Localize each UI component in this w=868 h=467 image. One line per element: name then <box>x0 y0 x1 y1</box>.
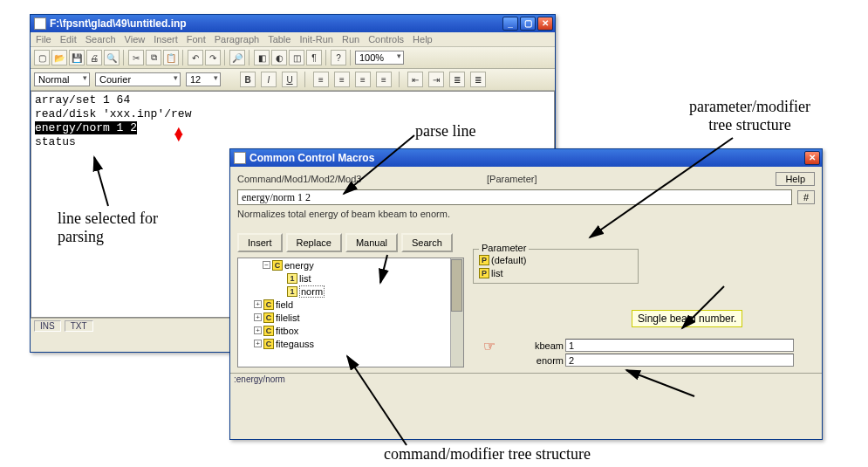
parameter-tree[interactable]: Parameter P (default) P list <box>473 249 639 284</box>
tree-node[interactable]: list <box>299 273 311 284</box>
align-left-icon[interactable]: ≡ <box>313 72 329 87</box>
code-line[interactable]: read/disk 'xxx.inp'/rew <box>35 107 550 121</box>
command-input[interactable] <box>237 189 792 205</box>
zoom-dropdown[interactable]: 100% <box>355 51 404 65</box>
preview-icon[interactable]: 🔍 <box>104 50 120 65</box>
bold-button[interactable]: B <box>240 72 256 87</box>
print-icon[interactable]: 🖨 <box>86 50 102 65</box>
help-icon[interactable]: ? <box>331 50 346 65</box>
tree-node[interactable]: fitegauss <box>276 339 314 349</box>
menu-view[interactable]: View <box>125 34 146 45</box>
undo-icon[interactable]: ↶ <box>188 50 203 65</box>
expand-icon[interactable]: + <box>254 326 262 334</box>
tree-node[interactable]: field <box>276 299 293 310</box>
command-icon: C <box>263 299 274 310</box>
macros-close-button[interactable]: ✕ <box>804 151 820 165</box>
list2-icon[interactable]: ≣ <box>470 72 486 87</box>
code-line[interactable]: array/set 1 64 <box>35 93 550 107</box>
save-icon[interactable]: 💾 <box>69 50 85 65</box>
search-button[interactable]: Search <box>401 233 453 252</box>
right-column: Parameter P (default) P list Single beam… <box>473 224 815 367</box>
tree-node[interactable]: fitbox <box>276 326 298 336</box>
manual-button[interactable]: Manual <box>345 233 398 252</box>
redo-icon[interactable]: ↷ <box>205 50 221 65</box>
expand-icon[interactable]: + <box>254 300 262 308</box>
collapse-icon[interactable]: − <box>263 261 270 269</box>
separator <box>399 72 400 87</box>
help-button[interactable]: Help <box>776 172 815 186</box>
align-justify-icon[interactable]: ≡ <box>376 72 392 87</box>
close-button[interactable]: ✕ <box>537 17 553 31</box>
align-center-icon[interactable]: ≡ <box>334 72 350 87</box>
menu-controls[interactable]: Controls <box>368 34 404 45</box>
annotation-line-selected: line selected for parsing <box>58 209 158 246</box>
annotation-cmd-tree: command/modifier tree structure <box>384 445 591 464</box>
menu-help[interactable]: Help <box>413 34 433 45</box>
menu-file[interactable]: File <box>36 34 51 45</box>
annotation-param-tree: parameter/modifier tree structure <box>689 98 810 134</box>
separator <box>304 72 306 87</box>
minimize-button[interactable]: _ <box>502 17 518 31</box>
left-column: Insert Replace Manual Search − C energy … <box>237 224 464 367</box>
find-icon[interactable]: 🔎 <box>229 50 245 65</box>
separator <box>249 50 250 65</box>
copy-icon[interactable]: ⧉ <box>146 50 161 65</box>
fontsize-dropdown[interactable]: 12 <box>186 72 221 86</box>
enorm-input[interactable] <box>565 354 794 367</box>
separator <box>182 50 184 65</box>
status-txt: TXT <box>65 320 93 332</box>
indent-dec-icon[interactable]: ⇤ <box>407 72 423 87</box>
editor-title: F:\fpsnt\glad\49\untitled.inp <box>50 17 187 30</box>
editor-toolbar: ▢ 📂 💾 🖨 🔍 ✂ ⧉ 📋 ↶ ↷ 🔎 ◧ ◐ ◫ ¶ ? 100% <box>31 47 555 69</box>
expand-icon[interactable]: + <box>254 313 262 321</box>
menu-edit[interactable]: Edit <box>60 34 77 45</box>
menu-paragraph[interactable]: Paragraph <box>215 34 259 45</box>
style-dropdown[interactable]: Normal <box>34 72 90 86</box>
tree-node[interactable]: filelist <box>276 312 300 323</box>
tool3-icon[interactable]: ◫ <box>289 50 304 65</box>
maximize-button[interactable]: ▢ <box>520 17 536 31</box>
parameter-legend: Parameter <box>479 243 529 253</box>
hash-button[interactable]: # <box>797 190 815 204</box>
separator <box>350 50 352 65</box>
editor-titlebar[interactable]: F:\fpsnt\glad\49\untitled.inp _ ▢ ✕ <box>31 15 555 32</box>
separator <box>224 50 226 65</box>
font-dropdown[interactable]: Courier <box>95 72 181 86</box>
menu-insert[interactable]: Insert <box>154 34 178 45</box>
kbeam-input[interactable] <box>565 339 794 352</box>
open-icon[interactable]: 📂 <box>51 50 67 65</box>
param-node[interactable]: (default) <box>491 255 526 265</box>
command-icon: C <box>263 339 274 349</box>
expand-icon[interactable]: + <box>254 340 262 347</box>
tool-icon[interactable]: ◧ <box>254 50 270 65</box>
paste-icon[interactable]: 📋 <box>163 50 179 65</box>
macros-titlebar[interactable]: Common Control Macros ✕ <box>230 149 822 167</box>
italic-button[interactable]: I <box>261 72 277 87</box>
tool2-icon[interactable]: ◐ <box>271 50 287 65</box>
menu-font[interactable]: Font <box>187 34 206 45</box>
tree-node[interactable]: energy <box>284 260 314 271</box>
tool4-icon[interactable]: ¶ <box>306 50 322 65</box>
parameter-icon: P <box>479 268 489 278</box>
underline-button[interactable]: U <box>282 72 297 87</box>
replace-button[interactable]: Replace <box>286 233 342 252</box>
menu-table[interactable]: Table <box>268 34 290 45</box>
param-node[interactable]: list <box>491 268 502 278</box>
align-right-icon[interactable]: ≡ <box>355 72 371 87</box>
menu-search[interactable]: Search <box>85 34 116 45</box>
menu-initrun[interactable]: Init-Run <box>299 34 333 45</box>
cut-icon[interactable]: ✂ <box>128 50 144 65</box>
list-icon[interactable]: ≣ <box>449 72 465 87</box>
command-tree[interactable]: − C energy 1 list 1 norm + C <box>237 258 464 367</box>
menu-run[interactable]: Run <box>342 34 359 45</box>
insert-button[interactable]: Insert <box>237 233 283 252</box>
separator <box>123 50 125 65</box>
scroll-thumb[interactable] <box>451 259 462 312</box>
new-icon[interactable]: ▢ <box>34 50 50 65</box>
command-description: Normalizes total energy of beam kbeam to… <box>237 209 815 219</box>
tree-scrollbar[interactable] <box>450 258 463 367</box>
indent-inc-icon[interactable]: ⇥ <box>428 72 444 87</box>
tree-node-selected[interactable]: norm <box>299 285 325 298</box>
macros-statusbar: :energy/norm <box>230 373 822 385</box>
format-toolbar: Normal Courier 12 B I U ≡ ≡ ≡ ≡ ⇤ ⇥ ≣ ≣ <box>31 69 555 91</box>
